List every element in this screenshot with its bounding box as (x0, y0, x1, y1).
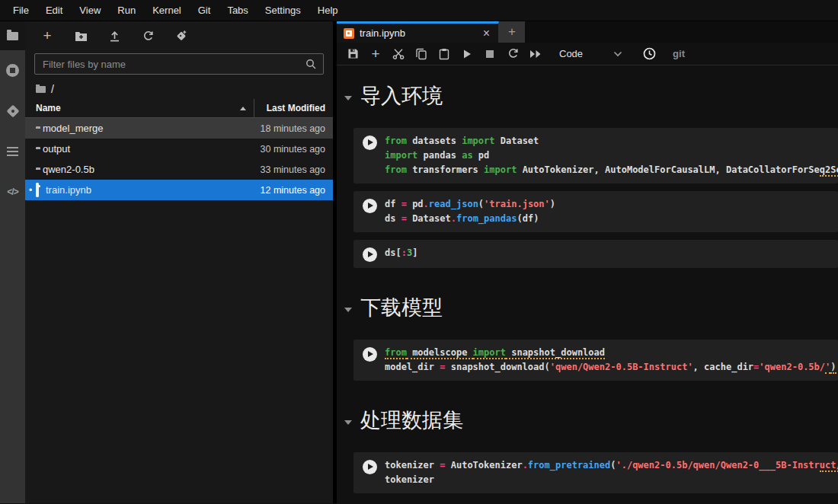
last-modified: 18 minutes ago (254, 123, 333, 134)
plus-icon: + (43, 30, 51, 42)
collapse-section-icon[interactable] (344, 420, 352, 425)
menu-item-kernel[interactable]: Kernel (144, 5, 190, 16)
restart-kernel-button[interactable] (501, 44, 524, 64)
clock-icon (643, 47, 656, 60)
menu-item-tabs[interactable]: Tabs (219, 5, 256, 16)
save-button[interactable] (341, 44, 364, 64)
filter-placeholder: Filter files by name (43, 59, 305, 70)
menu-item-view[interactable]: View (71, 5, 109, 16)
code-line: ds[:3] (385, 246, 838, 260)
file-row[interactable]: qwen2-0.5b33 minutes ago (25, 159, 333, 180)
fast-forward-icon (529, 49, 542, 59)
play-icon (368, 203, 373, 209)
heading-text: 导入环境 (360, 82, 443, 110)
cell-type-dropdown[interactable]: Code (559, 48, 622, 59)
markdown-heading-cell[interactable]: 处理数据集 (341, 407, 838, 434)
copy-cells-button[interactable] (410, 44, 433, 64)
notebook-content: 导入环境from datasets import Datasetimport p… (337, 65, 838, 503)
upload-button[interactable] (107, 29, 121, 43)
run-cell-button[interactable] (363, 347, 377, 362)
tab-train-ipynb[interactable]: train.ipynb × (337, 21, 499, 43)
run-cell-button[interactable] (363, 460, 377, 474)
git-clone-button[interactable] (174, 29, 188, 43)
upload-icon (109, 30, 120, 42)
code-cell[interactable]: df = pd.read_json('train.json')ds = Data… (353, 191, 838, 232)
last-modified: 33 minutes ago (254, 164, 333, 175)
file-browser-toolbar: + (25, 21, 333, 50)
menu-item-file[interactable]: File (5, 5, 37, 16)
menu-item-edit[interactable]: Edit (37, 5, 71, 16)
file-rows: model_merge18 minutes agooutput30 minute… (25, 118, 333, 503)
paste-icon (438, 48, 450, 60)
menu-item-git[interactable]: Git (190, 5, 219, 16)
menu-item-help[interactable]: Help (309, 5, 347, 16)
heading-text: 处理数据集 (360, 407, 463, 434)
collapse-section-icon[interactable] (344, 96, 352, 100)
last-modified: 12 minutes ago (254, 185, 333, 196)
git-toolbar-label[interactable]: git (673, 48, 685, 59)
code-cell[interactable]: ds[:3] (353, 240, 838, 268)
close-icon[interactable]: × (481, 28, 491, 39)
code-editor[interactable]: df = pd.read_json('train.json')ds = Data… (385, 197, 838, 226)
app-body: </> + Filter files by name / (0, 21, 838, 503)
file-row[interactable]: output30 minutes ago (25, 139, 333, 159)
sidebar-item-extensions[interactable]: </> (0, 171, 25, 212)
breadcrumb[interactable]: / (25, 79, 333, 99)
stop-icon (485, 49, 494, 59)
new-tab-button[interactable]: + (499, 21, 525, 43)
filter-files-input[interactable]: Filter files by name (34, 53, 324, 75)
tab-bar: train.ipynb × + (337, 21, 838, 43)
code-editor[interactable]: tokenizer = AutoTokenizer.from_pretraine… (385, 458, 838, 487)
code-editor[interactable]: from datasets import Datasetimport panda… (385, 134, 838, 177)
markdown-heading-cell[interactable]: 导入环境 (341, 82, 838, 110)
play-icon (462, 49, 472, 59)
file-row[interactable]: model_merge18 minutes ago (25, 118, 333, 139)
interrupt-kernel-button[interactable] (478, 44, 501, 64)
code-cell[interactable]: from datasets import Datasetimport panda… (353, 128, 838, 183)
code-line: from datasets import Dataset (385, 134, 838, 148)
add-cell-button[interactable]: + (364, 44, 387, 64)
menu-item-run[interactable]: Run (109, 5, 144, 16)
run-cell-button[interactable] (363, 247, 377, 262)
new-folder-button[interactable] (74, 29, 88, 43)
code-line: model_dir = snapshot_download('qwen/Qwen… (385, 360, 838, 375)
open-indicator-dot: • (25, 185, 36, 196)
refresh-button[interactable] (141, 29, 155, 43)
sidebar-item-running-kernels[interactable] (0, 50, 25, 91)
sidebar-tab-strip: </> (0, 21, 25, 503)
notebook-icon (344, 28, 354, 39)
sidebar-item-git[interactable] (0, 91, 25, 131)
file-name: qwen2-0.5b (43, 164, 254, 175)
code-editor[interactable]: ds[:3] (385, 246, 838, 262)
column-header-name[interactable]: Name (25, 103, 254, 113)
copy-icon (415, 48, 427, 60)
file-list-header: Name Last Modified (25, 99, 333, 118)
code-editor[interactable]: from modelscope import snapshot_download… (385, 346, 838, 375)
new-launcher-button[interactable]: + (40, 29, 54, 43)
menu-item-settings[interactable]: Settings (257, 5, 309, 16)
code-cell[interactable]: tokenizer = AutoTokenizer.from_pretraine… (353, 452, 838, 493)
paste-cells-button[interactable] (433, 44, 456, 64)
sidebar-item-file-browser[interactable] (0, 21, 25, 50)
cell-type-value: Code (559, 48, 583, 59)
collapse-section-icon[interactable] (344, 308, 352, 312)
notebook-icon (36, 184, 39, 196)
column-header-last-modified[interactable]: Last Modified (254, 99, 333, 118)
markdown-heading-cell[interactable]: 下载模型 (341, 294, 838, 321)
kernel-history-button[interactable] (638, 44, 660, 64)
code-cell[interactable]: from modelscope import snapshot_download… (353, 340, 838, 381)
menubar: FileEditViewRunKernelGitTabsSettingsHelp (0, 0, 838, 21)
file-row[interactable]: •train.ipynb12 minutes ago (25, 180, 333, 200)
home-folder-icon (36, 86, 46, 93)
file-browser-panel: + Filter files by name / Name (25, 21, 333, 503)
tab-title: train.ipynb (360, 27, 481, 39)
cut-cells-button[interactable] (387, 44, 410, 64)
sidebar-item-table-of-contents[interactable] (0, 131, 25, 171)
run-cell-button[interactable] (363, 199, 377, 213)
run-cell-button[interactable] (363, 136, 377, 150)
stop-circle-icon (6, 64, 19, 77)
main-area: train.ipynb × + + (337, 21, 838, 503)
run-button[interactable] (456, 44, 478, 64)
restart-run-all-button[interactable] (524, 44, 547, 64)
plus-icon: + (371, 48, 379, 60)
